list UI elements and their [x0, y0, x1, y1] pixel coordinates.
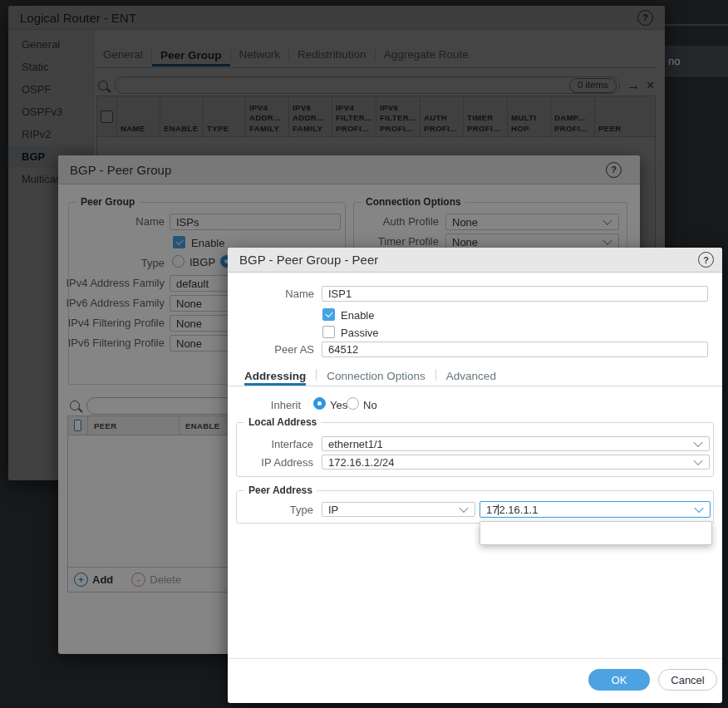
sidebar-item-general[interactable]: General — [8, 33, 93, 56]
interface-label: Interface — [228, 438, 313, 450]
screen: no Logical Router - ENT ? General Static… — [0, 0, 728, 708]
add-button[interactable]: + Add — [74, 573, 113, 587]
ipv4-address-family-label: IPv4 Address Family — [58, 277, 165, 289]
ip-address-select[interactable]: 172.16.1.2/24 — [322, 455, 710, 470]
enable-label: Enable — [191, 237, 224, 249]
auth-profile-select[interactable]: None — [445, 214, 619, 230]
tab-separator — [316, 369, 317, 381]
tab-general[interactable]: General — [95, 48, 151, 66]
help-icon[interactable]: ? — [637, 10, 653, 26]
peer-as-input[interactable]: 64512 — [322, 342, 708, 357]
ipv6-address-family-label: IPv6 Address Family — [58, 297, 165, 309]
col-name[interactable]: NAME — [117, 96, 160, 136]
peer-address-value-left: 17 — [486, 504, 498, 516]
items-count-badge: 0 items — [569, 78, 617, 93]
enable-checkbox[interactable] — [173, 236, 185, 248]
add-icon: + — [74, 573, 88, 587]
peer-address-dropdown-panel[interactable] — [480, 521, 712, 545]
help-icon[interactable]: ? — [698, 252, 714, 268]
bgp-tabs: General Peer Group Network Redistributio… — [95, 47, 657, 68]
peer-address-value-right: 2.16.1.1 — [499, 504, 538, 516]
ipv4-filtering-profile-label: IPv4 Filtering Profile — [58, 317, 165, 329]
col-multi-hop[interactable]: MULTI HOP — [508, 96, 551, 136]
sidebar-item-ospf[interactable]: OSPF — [8, 78, 93, 101]
peer-address-input[interactable]: 172.16.1.1 — [480, 501, 711, 518]
interface-select[interactable]: ethernet1/1 — [322, 436, 710, 451]
inherit-yes-radio[interactable] — [313, 397, 326, 410]
tab-addressing[interactable]: Addressing — [244, 370, 306, 386]
bgp-peer-dialog: BGP - Peer Group - Peer ? Name ISP1 Enab… — [228, 248, 722, 703]
apply-filter-arrow-icon[interactable]: → — [627, 79, 640, 92]
col-type[interactable]: TYPE — [204, 96, 246, 136]
logical-router-titlebar: Logical Router - ENT ? — [8, 6, 665, 30]
delete-icon: - — [131, 573, 145, 587]
tab-peer-group[interactable]: Peer Group — [152, 49, 230, 66]
name-input[interactable]: ISPs — [170, 214, 341, 230]
peer-address-type-value: IP — [328, 504, 338, 516]
search-input[interactable]: 0 items — [115, 76, 620, 94]
connection-options-legend: Connection Options — [362, 196, 465, 208]
col-ipv6-addr-family[interactable]: IPV6 ADDR... FAMILY — [289, 96, 332, 136]
passive-checkbox[interactable] — [322, 326, 335, 338]
col-timer-profile[interactable]: TIMER PROFI... — [464, 96, 508, 136]
peer-title: BGP - Peer Group - Peer — [239, 253, 378, 267]
peer-titlebar: BGP - Peer Group - Peer ? — [228, 248, 722, 273]
delete-label: Delete — [150, 573, 181, 586]
timer-profile-label: Timer Profile — [357, 235, 439, 248]
ip-address-value: 172.16.1.2/24 — [328, 456, 395, 469]
peer-address-type-select[interactable]: IP — [322, 502, 475, 517]
ipv6-filtering-profile-label: IPv6 Filtering Profile — [58, 337, 165, 349]
col-ipv4-filter-profile[interactable]: IPV4 FILTER... PROFI... — [332, 96, 376, 136]
col-peer[interactable]: PEER — [595, 96, 655, 136]
background-cell-text: no — [668, 55, 680, 67]
header-checkbox-cell — [68, 416, 88, 435]
sidebar-item-ospfv3[interactable]: OSPFv3 — [8, 101, 93, 123]
passive-label: Passive — [341, 327, 379, 339]
type-ibgp-label: IBGP — [189, 256, 215, 268]
sidebar-item-static[interactable]: Static — [8, 56, 93, 78]
cancel-button[interactable]: Cancel — [658, 669, 717, 691]
select-all-checkbox[interactable] — [74, 420, 81, 431]
inherit-no-radio[interactable] — [347, 397, 359, 410]
chevron-down-icon — [694, 504, 703, 513]
name-input[interactable]: ISP1 — [322, 286, 708, 302]
peer-group-titlebar: BGP - Peer Group ? — [58, 155, 640, 184]
search-icon — [98, 81, 108, 91]
peer-as-value: 64512 — [328, 343, 358, 356]
peer-group-legend: Peer Group — [76, 196, 139, 208]
local-address-legend: Local Address — [244, 416, 321, 428]
add-label: Add — [92, 573, 113, 586]
inherit-label: Inherit — [228, 399, 301, 411]
enable-checkbox[interactable] — [322, 308, 335, 321]
auth-profile-label: Auth Profile — [357, 215, 439, 228]
tab-connection-options[interactable]: Connection Options — [327, 370, 425, 386]
ipv4-filtering-profile-value: None — [176, 317, 202, 330]
name-value: ISP1 — [328, 288, 352, 300]
col-peer[interactable]: PEER — [88, 416, 180, 435]
clear-filter-icon[interactable]: × — [647, 79, 654, 92]
select-all-checkbox[interactable] — [101, 111, 113, 123]
chevron-down-icon — [693, 438, 702, 447]
col-ipv6-filter-profile[interactable]: IPV6 FILTER... PROFI... — [376, 96, 421, 136]
sidebar-item-ripv2[interactable]: RIPv2 — [8, 123, 93, 145]
tab-redistribution[interactable]: Redistribution — [289, 48, 375, 66]
col-enable[interactable]: ENABLE — [160, 96, 204, 136]
help-icon[interactable]: ? — [606, 162, 622, 178]
ok-button[interactable]: OK — [588, 669, 650, 691]
tab-advanced[interactable]: Advanced — [446, 370, 496, 386]
peer-as-label: Peer AS — [228, 343, 314, 356]
col-ipv4-addr-family[interactable]: IPV4 ADDR... FAMILY — [246, 96, 289, 136]
type-ibgp-radio[interactable] — [172, 255, 184, 268]
tab-network[interactable]: Network — [231, 48, 289, 66]
auth-profile-value: None — [452, 216, 478, 229]
delete-button[interactable]: - Delete — [131, 573, 181, 587]
background-divider — [662, 24, 728, 26]
col-auth-profile[interactable]: AUTH PROFI... — [421, 96, 464, 136]
chevron-down-icon — [459, 504, 468, 513]
col-damp-profile[interactable]: DAMP... PROFI... — [551, 96, 595, 136]
peer-address-legend: Peer Address — [244, 484, 317, 496]
footer-divider — [228, 658, 722, 659]
timer-profile-value: None — [452, 236, 478, 248]
peer-group-table-header: NAME ENABLE TYPE IPV4 ADDR... FAMILY IPV… — [97, 96, 655, 137]
tab-aggregate-route[interactable]: Aggregate Route — [376, 48, 477, 66]
